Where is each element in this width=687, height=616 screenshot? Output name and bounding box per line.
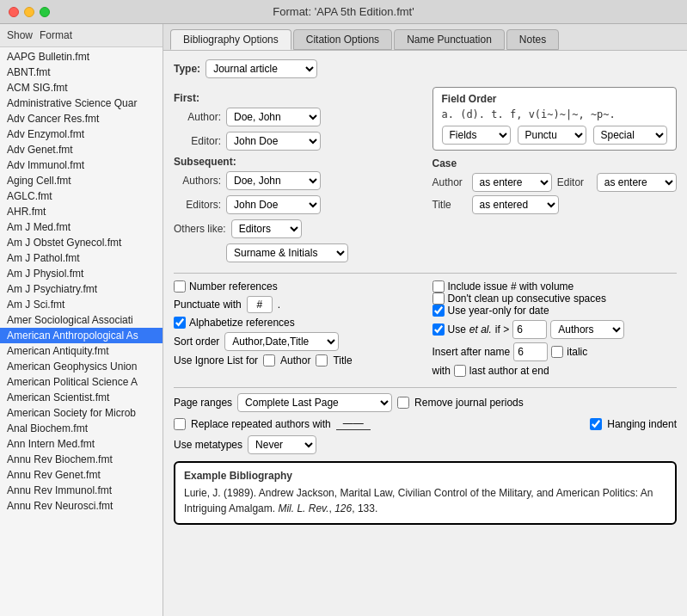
sidebar-format-link[interactable]: Format bbox=[40, 29, 72, 41]
case-title-row: Title as entered bbox=[432, 195, 678, 214]
include-issue-checkbox[interactable] bbox=[432, 280, 445, 293]
use-year-only-checkbox[interactable] bbox=[432, 305, 445, 317]
ignore-author-checkbox[interactable] bbox=[263, 354, 275, 367]
sidebar-list-item[interactable]: Am J Physiol.fmt bbox=[0, 266, 163, 281]
ignore-title-checkbox[interactable] bbox=[316, 354, 328, 367]
remove-journal-checkbox[interactable] bbox=[397, 397, 409, 409]
editors-sub-select[interactable]: John Doe bbox=[226, 195, 321, 214]
authors-sub-select[interactable]: Doe, John bbox=[226, 171, 321, 190]
sidebar-list-item[interactable]: Annu Rev Immunol.fmt bbox=[0, 483, 163, 498]
window-title: Format: 'APA 5th Edition.fmt' bbox=[273, 5, 414, 18]
last-author-checkbox[interactable] bbox=[454, 365, 466, 377]
et-al-row: Use et al. if > Authors bbox=[432, 320, 678, 339]
replace-authors-value: —— bbox=[336, 417, 371, 430]
sidebar-list-item[interactable]: Am J Psychiatry.fmt bbox=[0, 281, 163, 297]
sidebar-list-item[interactable]: American Antiquity.fmt bbox=[0, 343, 163, 359]
sidebar-list-item[interactable]: Adv Enzymol.fmt bbox=[0, 126, 163, 142]
sidebar-list-item[interactable]: Am J Obstet Gynecol.fmt bbox=[0, 235, 163, 250]
surname-select[interactable]: Surname & Initials bbox=[226, 243, 348, 262]
sidebar-list-item[interactable]: ACM SIG.fmt bbox=[0, 80, 163, 95]
type-select[interactable]: Journal article bbox=[205, 59, 317, 78]
tab-citation-options[interactable]: Citation Options bbox=[293, 29, 392, 50]
punctuate-value[interactable]: # bbox=[247, 296, 273, 313]
replace-authors-label: Replace repeated authors with bbox=[191, 418, 331, 430]
sidebar-list-item[interactable]: Aging Cell.fmt bbox=[0, 173, 163, 188]
punctuate-label: Punctuate with bbox=[174, 299, 242, 311]
alphabetize-checkbox[interactable] bbox=[174, 317, 186, 329]
sidebar-list-item[interactable]: Adv Immunol.fmt bbox=[0, 157, 163, 173]
include-issue-row: Include issue # with volume bbox=[432, 280, 678, 293]
replace-authors-checkbox[interactable] bbox=[174, 418, 186, 430]
close-button[interactable] bbox=[9, 7, 19, 17]
et-al-authors-select[interactable]: Authors bbox=[550, 320, 624, 339]
last-author-label: last author at end bbox=[469, 365, 549, 377]
editor-first-row: Editor: John Doe bbox=[174, 132, 419, 151]
sidebar-list-item[interactable]: AGLC.fmt bbox=[0, 188, 163, 204]
sort-select[interactable]: Author,Date,Title bbox=[224, 332, 339, 351]
page-ranges-label: Page ranges bbox=[174, 397, 232, 409]
sidebar-list-item[interactable]: American Political Science A bbox=[0, 374, 163, 390]
dont-clean-checkbox[interactable] bbox=[432, 293, 445, 305]
case-title-select[interactable]: as entered bbox=[472, 195, 559, 214]
right-options: Include issue # with volume Don't clean … bbox=[432, 280, 678, 380]
sidebar-list-item[interactable]: Am J Sci.fmt bbox=[0, 297, 163, 312]
others-like-select[interactable]: Editors bbox=[231, 219, 302, 238]
number-refs-label: Number references bbox=[189, 280, 278, 293]
sidebar-list-item[interactable]: AAPG Bulletin.fmt bbox=[0, 49, 163, 65]
sidebar-list-item[interactable]: Amer Sociological Associati bbox=[0, 312, 163, 328]
dont-clean-label: Don't clean up consecutive spaces bbox=[448, 293, 606, 305]
case-editor-select[interactable]: as entered bbox=[597, 173, 677, 192]
surname-row: Surname & Initials bbox=[174, 243, 419, 262]
tab-name-punctuation[interactable]: Name Punctuation bbox=[394, 29, 505, 50]
sidebar: Show Format AAPG Bulletin.fmtABNT.fmtACM… bbox=[0, 24, 163, 616]
options-grid: Number references Punctuate with # . Alp… bbox=[174, 280, 677, 380]
field-order-title: Field Order bbox=[442, 93, 668, 105]
italic-checkbox[interactable] bbox=[551, 346, 563, 358]
hanging-indent-label: Hanging indent bbox=[607, 418, 677, 430]
sidebar-list-item[interactable]: Administrative Science Quar bbox=[0, 95, 163, 111]
sidebar-list-item[interactable]: Annu Rev Genet.fmt bbox=[0, 467, 163, 483]
maximize-button[interactable] bbox=[40, 7, 50, 17]
sort-row: Sort order Author,Date,Title bbox=[174, 332, 419, 351]
number-refs-checkbox[interactable] bbox=[174, 280, 186, 293]
sidebar-list-item[interactable]: AHR.fmt bbox=[0, 204, 163, 219]
sidebar-show-link[interactable]: Show bbox=[7, 29, 33, 41]
sidebar-list-item[interactable]: Annu Rev Neurosci.fmt bbox=[0, 498, 163, 514]
sidebar-list-item[interactable]: Adv Genet.fmt bbox=[0, 142, 163, 157]
sidebar-list-item[interactable]: Annu Rev Biochem.fmt bbox=[0, 452, 163, 467]
sidebar-list-item[interactable]: Am J Med.fmt bbox=[0, 219, 163, 235]
sidebar-list-item[interactable]: Adv Cancer Res.fmt bbox=[0, 111, 163, 126]
sidebar-list-item[interactable]: American Scientist.fmt bbox=[0, 390, 163, 405]
minimize-button[interactable] bbox=[24, 7, 34, 17]
editor-label: Editor: bbox=[174, 135, 221, 147]
et-al-number-input[interactable] bbox=[512, 320, 547, 339]
page-ranges-select[interactable]: Complete Last Page bbox=[237, 393, 392, 412]
punctuation-select[interactable]: Punctuation bbox=[518, 126, 586, 145]
sidebar-list-item[interactable]: Anal Biochem.fmt bbox=[0, 421, 163, 436]
alphabetize-label: Alphabetize references bbox=[189, 317, 295, 329]
sidebar-list-item[interactable]: American Anthropological As bbox=[0, 328, 163, 343]
sidebar-list-item[interactable]: Am J Pathol.fmt bbox=[0, 250, 163, 266]
tab-bibliography-options[interactable]: Bibliography Options bbox=[170, 29, 291, 50]
case-author-select[interactable]: as entered bbox=[472, 173, 552, 192]
use-metatypes-select[interactable]: Never bbox=[248, 435, 316, 454]
special-chars-select[interactable]: Special Characters bbox=[593, 126, 668, 145]
sidebar-list-item[interactable]: Ann Intern Med.fmt bbox=[0, 436, 163, 452]
hanging-indent-checkbox[interactable] bbox=[590, 418, 602, 430]
fields-select[interactable]: Fields bbox=[442, 126, 511, 145]
author-first-select[interactable]: Doe, John bbox=[226, 108, 321, 126]
tab-notes[interactable]: Notes bbox=[506, 29, 559, 50]
sidebar-list-item[interactable]: American Society for Microb bbox=[0, 405, 163, 421]
use-year-only-row: Use year-only for date bbox=[432, 305, 678, 317]
insert-after-input[interactable] bbox=[513, 342, 548, 361]
include-issue-label: Include issue # with volume bbox=[448, 280, 574, 293]
sidebar-list-item[interactable]: American Geophysics Union bbox=[0, 359, 163, 374]
sidebar-list-item[interactable]: ABNT.fmt bbox=[0, 65, 163, 80]
use-year-only-label: Use year-only for date bbox=[448, 305, 549, 317]
insert-after-row: Insert after name italic bbox=[432, 342, 678, 361]
case-author-label: Author bbox=[432, 176, 467, 188]
editor-first-select[interactable]: John Doe bbox=[226, 132, 321, 151]
ignore-title-label: Title bbox=[333, 354, 352, 367]
use-et-al-checkbox[interactable] bbox=[432, 323, 445, 336]
example-bibliography-box: Example Bibliography Lurie, J. (1989). A… bbox=[174, 461, 677, 525]
